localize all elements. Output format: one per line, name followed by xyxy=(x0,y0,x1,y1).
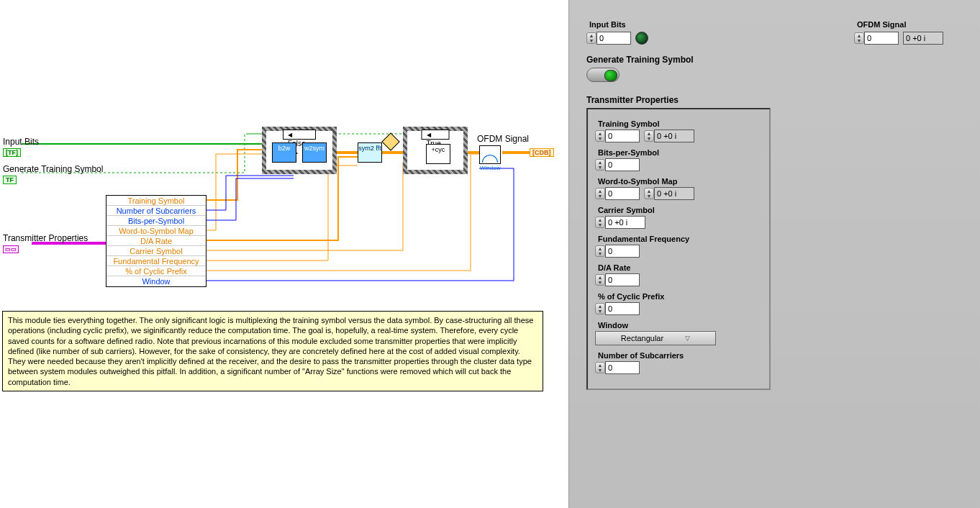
index-spinner[interactable]: ▲▼ xyxy=(595,187,640,200)
bits-per-symbol-spinner[interactable]: ▲▼ xyxy=(595,158,640,171)
spin-up-icon[interactable]: ▲ xyxy=(645,131,653,136)
unbundle-by-name[interactable]: Training Symbol Number of Subcarriers Bi… xyxy=(106,195,207,287)
spin-up-icon[interactable]: ▲ xyxy=(596,160,604,165)
label-gen-training: Generate Training Symbol xyxy=(586,55,963,65)
case-selector[interactable]: ◀ True ▼▶ xyxy=(422,130,450,140)
terminal-label: Input Bits xyxy=(3,137,39,147)
chevron-down-icon: ▽ xyxy=(685,335,690,342)
unbundle-row[interactable]: Carrier Symbol xyxy=(106,246,206,256)
spin-down-icon[interactable]: ▼ xyxy=(596,136,604,141)
unbundle-row[interactable]: Word-to-Symbol Map xyxy=(106,226,206,236)
complex-element[interactable]: ▲▼ xyxy=(644,130,694,142)
subvi-sym2fft[interactable]: sym2 fft xyxy=(358,142,382,163)
numeric-field[interactable] xyxy=(605,273,640,286)
fund-freq-spinner[interactable]: ▲▼ xyxy=(595,245,640,258)
spin-down-icon[interactable]: ▼ xyxy=(596,251,604,256)
boolean-led-icon xyxy=(635,32,648,45)
terminal-gen-training: Generate Training Symbol TF xyxy=(3,164,103,184)
window-subvi-icon[interactable]: Window xyxy=(479,145,501,164)
numeric-field[interactable] xyxy=(605,158,640,171)
spin-down-icon[interactable]: ▼ xyxy=(596,222,604,227)
terminal-label: Generate Training Symbol xyxy=(3,164,103,174)
spin-up-icon[interactable]: ▲ xyxy=(596,131,604,136)
carrier-symbol-spinner[interactable]: ▲▼ xyxy=(595,216,645,229)
unbundle-row[interactable]: % of Cyclic Prefix xyxy=(106,266,206,276)
label-input-bits: Input Bits xyxy=(589,20,648,29)
diagram-comment: This module ties everything together. Th… xyxy=(2,311,543,391)
spin-up-icon[interactable]: ▲ xyxy=(596,363,604,368)
index-field[interactable] xyxy=(605,187,640,200)
label-window: Window xyxy=(598,321,762,330)
spin-down-icon[interactable]: ▼ xyxy=(596,194,604,199)
subvi-cyc[interactable]: +cyc xyxy=(426,144,450,164)
tx-props-cluster: Training Symbol ▲▼ ▲▼ Bits-per-Symbol ▲▼… xyxy=(586,108,771,390)
complex-indicator xyxy=(903,32,943,45)
case-structure-true[interactable]: ◀ True ▼▶ +cyc xyxy=(403,127,468,174)
num-subcarriers-spinner[interactable]: ▲▼ xyxy=(595,361,640,374)
label-num-subcarriers: Number of Subcarriers xyxy=(598,351,762,360)
da-rate-spinner[interactable]: ▲▼ xyxy=(595,273,640,286)
spin-down-icon[interactable]: ▼ xyxy=(596,165,604,170)
terminal-input-bits: Input Bits [TF] xyxy=(3,137,39,157)
subvi-w2sym[interactable]: w2sym xyxy=(302,142,327,163)
label-tx-props: Transmitter Properties xyxy=(586,95,963,105)
cyc-prefix-spinner[interactable]: ▲▼ xyxy=(595,302,640,315)
unbundle-row[interactable]: D/A Rate xyxy=(106,236,206,246)
unbundle-row[interactable]: Number of Subcarriers xyxy=(106,206,206,216)
complex-field[interactable] xyxy=(654,187,694,200)
index-field[interactable] xyxy=(605,130,640,142)
spin-up-icon[interactable]: ▲ xyxy=(596,246,604,251)
complex-field[interactable] xyxy=(654,130,694,142)
boolean-terminal-icon: TF xyxy=(3,176,17,184)
unbundle-row[interactable]: Bits-per-Symbol xyxy=(106,216,206,226)
select-primitive-icon[interactable] xyxy=(381,132,399,150)
boolean-array-terminal-icon: [TF] xyxy=(3,148,21,157)
index-field[interactable] xyxy=(864,32,899,45)
index-spinner[interactable]: ▲▼ xyxy=(595,130,640,142)
subvi-b2w[interactable]: b2w xyxy=(272,142,296,163)
unbundle-row[interactable]: Training Symbol xyxy=(106,196,206,206)
spin-up-icon[interactable]: ▲ xyxy=(596,275,604,280)
spin-down-icon[interactable]: ▼ xyxy=(855,38,863,43)
dropdown-value: Rectangular xyxy=(621,334,663,343)
spin-down-icon[interactable]: ▼ xyxy=(645,194,653,199)
unbundle-row[interactable]: Fundamental Frequency xyxy=(106,256,206,266)
label-carrier-symbol: Carrier Symbol xyxy=(598,206,762,214)
complex-array-terminal-icon: [CDB] xyxy=(530,148,554,157)
numeric-field[interactable] xyxy=(605,245,640,258)
index-spinner[interactable]: ▲▼ xyxy=(586,32,631,45)
index-field[interactable] xyxy=(596,32,631,45)
case-structure-false[interactable]: ◀ False ▼▶ b2w w2sym xyxy=(262,127,337,174)
spin-down-icon[interactable]: ▼ xyxy=(596,280,604,285)
numeric-field[interactable] xyxy=(605,361,640,374)
label-fund-freq: Fundamental Frequency xyxy=(598,235,762,243)
unbundle-row[interactable]: Window xyxy=(106,276,206,286)
case-selector[interactable]: ◀ False ▼▶ xyxy=(283,130,316,140)
index-spinner[interactable]: ▲▼ xyxy=(854,32,899,45)
terminal-label: Transmitter Properties xyxy=(3,233,88,243)
label-cyc-prefix: % of Cyclic Prefix xyxy=(598,292,762,301)
spin-up-icon[interactable]: ▲ xyxy=(596,189,604,194)
label-training-symbol: Training Symbol xyxy=(598,119,762,128)
window-dropdown[interactable]: Rectangular ▽ xyxy=(595,331,716,345)
block-diagram: Input Bits [TF] Generate Training Symbol… xyxy=(0,0,568,508)
numeric-field[interactable] xyxy=(605,302,640,315)
spin-up-icon[interactable]: ▲ xyxy=(596,304,604,309)
terminal-tx-props: Transmitter Properties ▭▭ xyxy=(3,233,88,253)
label-ofdm-signal: OFDM Signal xyxy=(857,20,943,29)
spin-up-icon[interactable]: ▲ xyxy=(596,217,604,222)
spin-down-icon[interactable]: ▼ xyxy=(596,368,604,373)
label-da-rate: D/A Rate xyxy=(598,263,762,272)
spin-down-icon[interactable]: ▼ xyxy=(645,136,653,141)
cluster-terminal-icon: ▭▭ xyxy=(3,245,19,253)
complex-element[interactable]: ▲▼ xyxy=(644,187,694,200)
spin-down-icon[interactable]: ▼ xyxy=(596,309,604,314)
spin-up-icon[interactable]: ▲ xyxy=(855,33,863,38)
spin-up-icon[interactable]: ▲ xyxy=(587,33,596,38)
generate-training-switch[interactable] xyxy=(586,68,620,82)
spin-up-icon[interactable]: ▲ xyxy=(645,189,653,194)
complex-field[interactable] xyxy=(605,216,645,229)
terminal-label: OFDM Signal xyxy=(477,134,529,144)
spin-down-icon[interactable]: ▼ xyxy=(587,38,596,43)
front-panel: Input Bits ▲▼ OFDM Signal ▲▼ xyxy=(568,0,980,508)
